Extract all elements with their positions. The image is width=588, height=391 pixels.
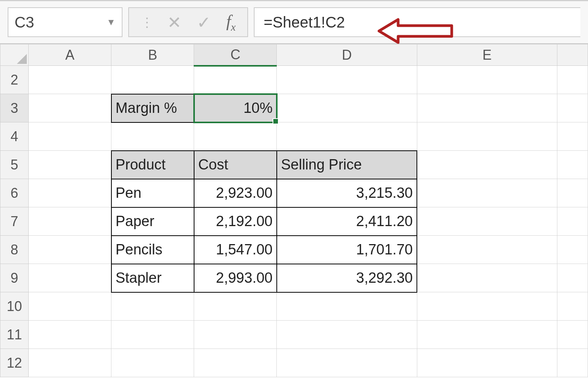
cell-D6[interactable]: 3,215.30 [277, 179, 417, 207]
cell-E11[interactable] [417, 321, 557, 349]
cell-A7[interactable] [29, 207, 111, 236]
row-header-3[interactable]: 3 [0, 94, 29, 122]
cell-E12[interactable] [417, 349, 557, 377]
cell-D7[interactable]: 2,411.20 [277, 207, 417, 236]
cell-B8[interactable]: Pencils [111, 236, 194, 264]
cancel-icon[interactable]: ✕ [167, 13, 181, 32]
cell-A8[interactable] [29, 236, 111, 264]
cell-E7[interactable] [417, 207, 557, 236]
cell-D11[interactable] [277, 321, 417, 349]
cell-F5[interactable] [557, 151, 588, 179]
cell-B4[interactable] [111, 122, 194, 151]
row-header-11[interactable]: 11 [0, 321, 29, 349]
col-header-C[interactable]: C [194, 44, 277, 66]
cell-C10[interactable] [194, 292, 277, 321]
cell-F10[interactable] [557, 292, 588, 321]
cell-E10[interactable] [417, 292, 557, 321]
cell-B10[interactable] [111, 292, 194, 321]
cell-F2[interactable] [557, 66, 588, 94]
cell-A10[interactable] [29, 292, 111, 321]
cell-E8[interactable] [417, 236, 557, 264]
confirm-icon[interactable]: ✓ [197, 13, 211, 32]
cell-F8[interactable] [557, 236, 588, 264]
cell-F6[interactable] [557, 179, 588, 207]
row-header-6[interactable]: 6 [0, 179, 29, 207]
cell-B12[interactable] [111, 349, 194, 377]
cell-B2[interactable] [111, 66, 194, 94]
cell-D8[interactable]: 1,701.70 [277, 236, 417, 264]
cell-B7[interactable]: Paper [111, 207, 194, 236]
row-header-8[interactable]: 8 [0, 236, 29, 264]
cell-E9[interactable] [417, 264, 557, 292]
cell-E6[interactable] [417, 179, 557, 207]
cell-F4[interactable] [557, 122, 588, 151]
formula-input[interactable]: =Sheet1!C2 [254, 7, 580, 37]
cell-C2[interactable] [194, 66, 277, 94]
row-header-5[interactable]: 5 [0, 151, 29, 179]
cell-F3[interactable] [557, 94, 588, 122]
name-box-value: C3 [15, 14, 34, 31]
row-header-4[interactable]: 4 [0, 122, 29, 151]
cell-E4[interactable] [417, 122, 557, 151]
cell-A11[interactable] [29, 321, 111, 349]
col-header-A[interactable]: A [29, 44, 111, 66]
cell-E3[interactable] [417, 94, 557, 122]
chevron-down-icon[interactable]: ▼ [106, 17, 116, 28]
row-header-7[interactable]: 7 [0, 207, 29, 236]
cell-E5[interactable] [417, 151, 557, 179]
cell-A5[interactable] [29, 151, 111, 179]
cell-D3[interactable] [277, 94, 417, 122]
cell-A4[interactable] [29, 122, 111, 151]
row-header-10[interactable]: 10 [0, 292, 29, 321]
column-headers-row: A B C D E [0, 44, 588, 66]
cell-A6[interactable] [29, 179, 111, 207]
spreadsheet-grid[interactable]: A B C D E 2 3 Margin % 10% [0, 44, 588, 377]
cell-B11[interactable] [111, 321, 194, 349]
formula-text: =Sheet1!C2 [264, 14, 345, 31]
cell-C12[interactable] [194, 349, 277, 377]
cell-C9[interactable]: 2,993.00 [194, 264, 277, 292]
cell-C3-margin-value[interactable]: 10% [194, 94, 277, 122]
cell-B5-header-product[interactable]: Product [111, 151, 194, 179]
grip-icon: ⋮ [140, 15, 152, 30]
cell-C8[interactable]: 1,547.00 [194, 236, 277, 264]
cell-C7[interactable]: 2,192.00 [194, 207, 277, 236]
cell-B3-margin-label[interactable]: Margin % [111, 94, 194, 122]
cell-A2[interactable] [29, 66, 111, 94]
cell-D2[interactable] [277, 66, 417, 94]
cell-F7[interactable] [557, 207, 588, 236]
row-header-2[interactable]: 2 [0, 66, 29, 94]
cell-D12[interactable] [277, 349, 417, 377]
cell-F11[interactable] [557, 321, 588, 349]
cell-A12[interactable] [29, 349, 111, 377]
col-header-extra[interactable] [557, 44, 588, 66]
row-header-12[interactable]: 12 [0, 349, 29, 377]
cell-F12[interactable] [557, 349, 588, 377]
cell-B6[interactable]: Pen [111, 179, 194, 207]
cell-A9[interactable] [29, 264, 111, 292]
cell-D5-header-price[interactable]: Selling Price [277, 151, 417, 179]
cell-F9[interactable] [557, 264, 588, 292]
col-header-E[interactable]: E [417, 44, 557, 66]
cell-C6[interactable]: 2,923.00 [194, 179, 277, 207]
name-box[interactable]: C3 ▼ [8, 7, 122, 37]
fx-icon[interactable]: fx [226, 11, 236, 33]
col-header-B[interactable]: B [111, 44, 194, 66]
cell-C5-header-cost[interactable]: Cost [194, 151, 277, 179]
row-header-9[interactable]: 9 [0, 264, 29, 292]
cell-D9[interactable]: 3,292.30 [277, 264, 417, 292]
cell-C4[interactable] [194, 122, 277, 151]
cell-E2[interactable] [417, 66, 557, 94]
cell-D4[interactable] [277, 122, 417, 151]
formula-bar-buttons: ⋮ ✕ ✓ fx [128, 7, 248, 37]
cell-D10[interactable] [277, 292, 417, 321]
cell-B9[interactable]: Stapler [111, 264, 194, 292]
cell-C11[interactable] [194, 321, 277, 349]
select-all-corner[interactable] [0, 44, 29, 66]
cell-A3[interactable] [29, 94, 111, 122]
col-header-D[interactable]: D [277, 44, 417, 66]
formula-bar: C3 ▼ ⋮ ✕ ✓ fx =Sheet1!C2 [0, 0, 588, 44]
